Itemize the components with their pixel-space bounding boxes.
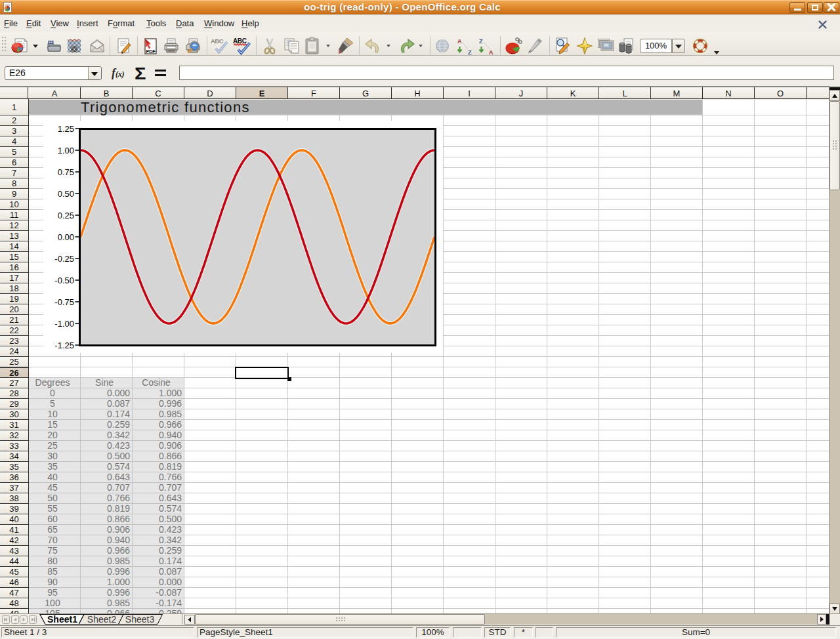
svg-text:0.50: 0.50 (58, 189, 74, 199)
svg-text:-0.25: -0.25 (54, 254, 74, 264)
svg-text:-0.75: -0.75 (54, 297, 74, 307)
svg-text:A: A (489, 49, 494, 55)
svg-text:0.00: 0.00 (58, 232, 74, 242)
svg-text:-1.00: -1.00 (54, 319, 74, 329)
svg-text:PDF: PDF (146, 49, 156, 54)
svg-text:1.25: 1.25 (58, 124, 74, 134)
svg-text:0.75: 0.75 (58, 167, 74, 177)
svg-text:A: A (457, 38, 462, 45)
svg-text:Sheet1: Sheet1 (47, 614, 77, 625)
svg-text:Sheet3: Sheet3 (125, 614, 155, 625)
svg-text:Z: Z (479, 38, 483, 45)
svg-text:0.25: 0.25 (58, 211, 74, 220)
svg-text:-1.25: -1.25 (54, 340, 74, 350)
svg-text:-0.50: -0.50 (54, 276, 74, 285)
svg-text:ABC: ABC (211, 37, 224, 45)
svg-text:Σ: Σ (135, 66, 146, 81)
svg-text:Z: Z (468, 49, 472, 55)
svg-text:Sheet2: Sheet2 (87, 614, 117, 625)
svg-text:1.00: 1.00 (58, 146, 74, 155)
